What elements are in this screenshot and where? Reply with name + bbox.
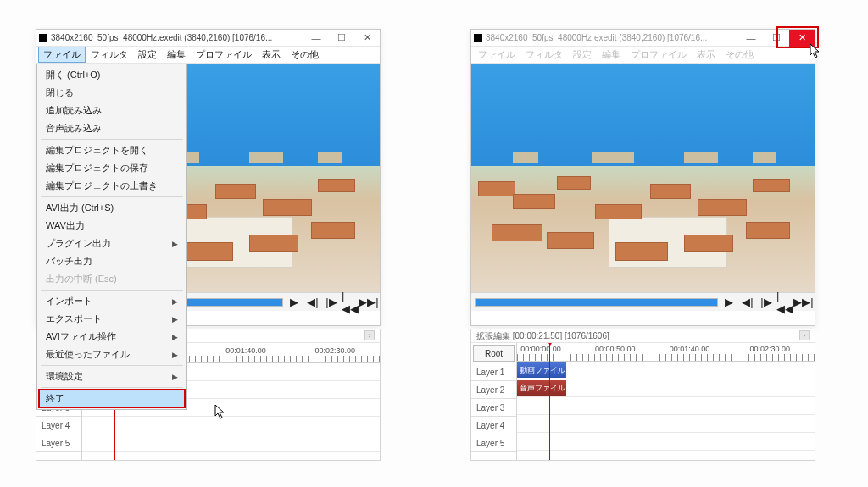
player-controls: ▶ ◀| |▶ |◀◀ ▶▶| (471, 292, 815, 311)
chevron-right-icon: ▶ (172, 240, 178, 248)
menu-filter[interactable]: フィルタ (520, 47, 568, 63)
next-frame-button[interactable]: |▶ (324, 295, 339, 310)
layer-label[interactable]: Layer 4 (471, 417, 516, 434)
menu-overwrite-project[interactable]: 編集プロジェクトの上書き (39, 177, 185, 195)
menu-file[interactable]: ファイル (473, 47, 520, 63)
menu-exit[interactable]: 終了 (39, 390, 185, 407)
menubar: ファイル フィルタ 設定 編集 プロファイル 表示 その他 (36, 47, 380, 64)
minimize-button[interactable]: — (303, 30, 329, 47)
scroll-right-button[interactable]: › (799, 330, 810, 340)
audio-clip[interactable]: 音声ファイル (517, 380, 566, 396)
root-button[interactable]: Root (473, 345, 515, 362)
video-clip[interactable]: 動画ファイル (517, 362, 566, 378)
layer-label[interactable]: Layer 3 (471, 399, 516, 417)
layer-label[interactable]: Layer 5 (36, 434, 81, 452)
menu-avi-out[interactable]: AVI出力 (Ctrl+S) (39, 199, 185, 217)
close-button[interactable]: ✕ (354, 30, 380, 47)
to-end-button[interactable]: ▶▶| (361, 295, 376, 310)
menu-edit[interactable]: 編集 (162, 47, 191, 63)
menu-plugin-out[interactable]: プラグイン出力▶ (39, 235, 185, 252)
menu-abort-out: 出力の中断 (Esc) (39, 270, 185, 288)
app-window-left: 3840x2160_50fps_48000Hz.exedit (3840,216… (36, 29, 381, 326)
menu-env[interactable]: 環境設定▶ (39, 368, 185, 385)
time-ruler[interactable]: 00:00:00.00 00:00:50.00 00:01:40.00 00:0… (517, 343, 815, 362)
menu-import[interactable]: インポート▶ (39, 292, 185, 310)
layer-label[interactable]: Layer 4 (36, 417, 81, 434)
menu-file[interactable]: ファイル (38, 47, 86, 63)
app-icon (39, 34, 47, 42)
video-preview (471, 64, 815, 292)
progress-bar[interactable] (475, 298, 718, 307)
menu-append[interactable]: 追加読み込み (39, 102, 185, 119)
layer-label[interactable]: Layer 5 (471, 434, 516, 452)
menu-other[interactable]: その他 (286, 47, 324, 63)
next-frame-button[interactable]: |▶ (759, 295, 774, 310)
window-title: 3840x2160_50fps_48000Hz.exedit (3840,216… (486, 33, 738, 42)
app-window-right: 3840x2160_50fps_48000Hz.exedit (3840,216… (470, 29, 815, 326)
timeline-title: 拡張編集 [00:00:21.50] [1076/1606] › (471, 329, 815, 343)
titlebar: 3840x2160_50fps_48000Hz.exedit (3840,216… (36, 30, 380, 47)
menu-wav-out[interactable]: WAV出力 (39, 217, 185, 235)
chevron-right-icon: ▶ (172, 333, 178, 341)
chevron-right-icon: ▶ (172, 351, 178, 359)
menu-other[interactable]: その他 (721, 47, 759, 63)
menu-save-project[interactable]: 編集プロジェクトの保存 (39, 159, 185, 177)
chevron-right-icon: ▶ (172, 297, 178, 306)
maximize-button[interactable]: ☐ (329, 30, 354, 47)
layer-label[interactable]: Layer 2 (471, 381, 516, 399)
highlight-close-frame (776, 26, 819, 48)
play-button[interactable]: ▶ (287, 295, 302, 310)
to-start-button[interactable]: |◀◀ (342, 295, 358, 310)
menu-settings[interactable]: 設定 (133, 47, 162, 63)
chevron-right-icon: ▶ (172, 373, 178, 381)
to-start-button[interactable]: |◀◀ (777, 295, 793, 310)
menu-open[interactable]: 開く (Ctrl+O) (39, 66, 185, 84)
minimize-button[interactable]: — (738, 30, 764, 47)
layer-labels-column: Root Layer 1 Layer 2 Layer 3 Layer 4 Lay… (471, 343, 517, 460)
menu-settings[interactable]: 設定 (568, 47, 597, 63)
prev-frame-button[interactable]: ◀| (305, 295, 320, 310)
layer-label[interactable]: Layer 1 (471, 363, 516, 381)
menu-view[interactable]: 表示 (692, 47, 721, 63)
app-icon (474, 34, 482, 42)
scroll-right-button[interactable]: › (364, 330, 375, 340)
menu-export[interactable]: エクスポート▶ (39, 310, 185, 328)
menu-avi-ops[interactable]: AVIファイル操作▶ (39, 328, 185, 346)
menu-filter[interactable]: フィルタ (86, 47, 133, 63)
play-button[interactable]: ▶ (721, 295, 737, 310)
file-dropdown-menu: 開く (Ctrl+O) 閉じる 追加読み込み 音声読み込み 編集プロジェクトを開… (36, 64, 187, 410)
titlebar: 3840x2160_50fps_48000Hz.exedit (3840,216… (471, 30, 815, 47)
chevron-right-icon: ▶ (172, 315, 178, 324)
menu-recent[interactable]: 最近使ったファイル▶ (39, 346, 185, 363)
menu-profile[interactable]: プロファイル (626, 47, 692, 63)
to-end-button[interactable]: ▶▶| (796, 295, 811, 310)
menubar: ファイル フィルタ 設定 編集 プロファイル 表示 その他 (471, 47, 815, 64)
menu-profile[interactable]: プロファイル (191, 47, 257, 63)
menu-edit[interactable]: 編集 (597, 47, 626, 63)
window-title: 3840x2160_50fps_48000Hz.exedit (3840,216… (51, 33, 303, 42)
menu-close-file[interactable]: 閉じる (39, 84, 185, 102)
menu-audio-load[interactable]: 音声読み込み (39, 119, 185, 137)
menu-open-project[interactable]: 編集プロジェクトを開く (39, 141, 185, 159)
menu-view[interactable]: 表示 (257, 47, 286, 63)
timeline-panel-right: 拡張編集 [00:00:21.50] [1076/1606] › Root La… (470, 329, 815, 461)
track-area[interactable]: 00:00:00.00 00:00:50.00 00:01:40.00 00:0… (517, 343, 815, 460)
prev-frame-button[interactable]: ◀| (740, 295, 755, 310)
menu-batch-out[interactable]: バッチ出力 (39, 252, 185, 270)
playhead[interactable] (549, 343, 550, 460)
